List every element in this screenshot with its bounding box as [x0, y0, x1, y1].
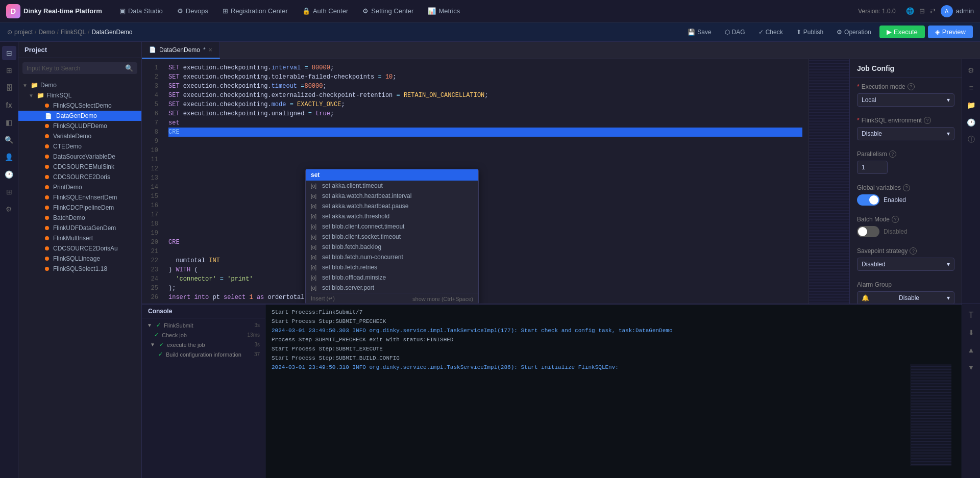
- global-vars-toggle[interactable]: [857, 194, 879, 206]
- tree-item-datasource[interactable]: DataSourceVariableDe: [18, 152, 141, 162]
- sidebar-settings2-icon[interactable]: ⚙: [2, 202, 16, 216]
- tree-item-cdc2dorisau[interactable]: CDCSOURCE2DorisAu: [18, 243, 141, 254]
- ac-insert-hint: Insert (↵): [311, 295, 335, 302]
- operation-icon: ⚙: [837, 29, 842, 36]
- publish-icon: ⬆: [796, 29, 801, 36]
- console-item-flinksubmit[interactable]: ▼ ✓ FlinkSubmit 3s: [142, 320, 265, 330]
- autocomplete-item-7[interactable]: [o] set blob.fetch.num-concurrent: [306, 252, 478, 262]
- sidebar-user-icon[interactable]: 👤: [2, 150, 16, 164]
- bottom-icon-down[interactable]: ▼: [964, 360, 978, 374]
- tab-close-button[interactable]: ×: [209, 46, 212, 54]
- project-tree: ▼ 📁 Demo ▼ 📁 FlinkSQL FlinkSQLSelectDemo…: [18, 78, 141, 478]
- dag-button[interactable]: ⬡ DAG: [720, 27, 750, 38]
- autocomplete-item-6[interactable]: [o] set blob.fetch.backlog: [306, 242, 478, 252]
- nav-auth-center[interactable]: 🔒 Auth Center: [297, 5, 353, 17]
- nav-devops[interactable]: ⚙ Devops: [172, 5, 213, 17]
- nav-data-studio[interactable]: ▣ Data Studio: [114, 5, 168, 17]
- console-flinksubmit-label: FlinkSubmit: [164, 322, 193, 329]
- flinksql-env-info-icon[interactable]: ?: [924, 117, 931, 124]
- operation-button[interactable]: ⚙ Operation: [831, 27, 876, 38]
- tree-item-flinksqllineage[interactable]: FlinkSQLLineage: [18, 254, 141, 264]
- bottom-icon-download[interactable]: ⬇: [964, 325, 978, 340]
- tree-item-demo[interactable]: ▼ 📁 Demo: [18, 80, 141, 90]
- savepoint-select[interactable]: Disabled ▾: [857, 258, 954, 271]
- right-sidebar-columns-icon[interactable]: ≡: [964, 81, 978, 95]
- layout-icon[interactable]: ⊟: [919, 7, 925, 15]
- tree-item-printdemo[interactable]: PrintDemo: [18, 182, 141, 192]
- autocomplete-item-8[interactable]: [o] set blob.fetch.retries: [306, 262, 478, 272]
- sidebar-time-icon[interactable]: 🕐: [2, 167, 16, 182]
- sidebar-database-icon[interactable]: 🗄: [2, 81, 16, 95]
- savepoint-info-icon[interactable]: ?: [910, 247, 917, 255]
- tree-item-batchdemo[interactable]: BatchDemo: [18, 213, 141, 223]
- autocomplete-item-2[interactable]: [o] set akka.watch.heartbeat.pause: [306, 201, 478, 211]
- right-sidebar-clock-icon[interactable]: 🕐: [964, 115, 978, 130]
- project-search-bar[interactable]: 🔍: [22, 62, 137, 74]
- sidebar-project-icon[interactable]: ⊟: [2, 46, 16, 60]
- tree-item-flinksqlselectdemo[interactable]: FlinkSQLSelectDemo: [18, 100, 141, 111]
- console-item-checkjob[interactable]: ✓ Check job 13ms: [142, 330, 265, 340]
- console-item-buildconfig[interactable]: ✓ Build configuration information 37: [142, 349, 265, 359]
- sidebar-function-icon[interactable]: fx: [2, 98, 16, 112]
- autocomplete-item-3[interactable]: [o] set akka.watch.threshold: [306, 211, 478, 221]
- tree-item-cdc2doris[interactable]: CDCSOURCE2Doris: [18, 172, 141, 182]
- parallelism-info-icon[interactable]: ?: [889, 150, 896, 158]
- tree-item-variabledemo[interactable]: VariableDemo: [18, 131, 141, 141]
- right-sidebar-info-icon[interactable]: ⓘ: [964, 133, 978, 147]
- right-sidebar-settings-icon[interactable]: ⚙: [964, 63, 978, 78]
- save-button[interactable]: 💾 Save: [682, 27, 716, 38]
- execution-mode-select[interactable]: Local ▾: [857, 93, 954, 107]
- sidebar-fragment-icon[interactable]: ◧: [2, 115, 16, 130]
- tree-item-flinkudf[interactable]: FlinkUDFDataGenDem: [18, 223, 141, 233]
- console-item-executejob[interactable]: ▼ ✓ execute the job 3s: [142, 340, 265, 349]
- globe-icon[interactable]: 🌐: [906, 7, 914, 15]
- autocomplete-item-4[interactable]: [o] set blob.client.connect.timeout: [306, 221, 478, 232]
- tree-item-flinksqlselect118[interactable]: FlinkSQLSelect1.18: [18, 264, 141, 274]
- breadcrumb-flinksql[interactable]: FlinkSQL: [61, 29, 86, 36]
- tree-item-datagendemo[interactable]: 📄 DataGenDemo: [18, 111, 141, 121]
- autocomplete-item-10[interactable]: [o] set blob.server.port: [306, 283, 478, 293]
- tree-item-flinksql[interactable]: ▼ 📁 FlinkSQL: [18, 90, 141, 100]
- bottom-icon-up[interactable]: ▲: [964, 343, 978, 357]
- admin-button[interactable]: A admin: [941, 5, 974, 17]
- autocomplete-item-9[interactable]: [o] set blob.offload.minsize: [306, 272, 478, 283]
- global-vars-info-icon[interactable]: ?: [903, 184, 910, 191]
- batch-mode-toggle[interactable]: [857, 226, 879, 237]
- bottom-icon-text[interactable]: T: [964, 308, 978, 322]
- code-lines[interactable]: SET execution.checkpointing.interval = 8…: [162, 59, 808, 304]
- tree-item-cdcsource[interactable]: CDCSOURCEMulSink: [18, 162, 141, 172]
- tree-item-flinksqludfdemo[interactable]: FlinkSQLUDFDemo: [18, 121, 141, 131]
- parallelism-input[interactable]: [857, 161, 888, 174]
- autocomplete-item-5[interactable]: [o] set blob.client.socket.timeout: [306, 232, 478, 242]
- preview-button[interactable]: ◈ Preview: [928, 26, 973, 38]
- nav-metrics[interactable]: 📊 Metrics: [423, 5, 465, 17]
- flinksql-env-select[interactable]: Disable ▾: [857, 127, 954, 140]
- nav-setting-center[interactable]: ⚙ Setting Center: [357, 5, 419, 17]
- sidebar-search-icon[interactable]: ⊞: [2, 63, 16, 78]
- breadcrumb-demo[interactable]: Demo: [38, 29, 55, 36]
- execution-mode-info-icon[interactable]: ?: [908, 83, 915, 90]
- tree-item-flinksqlenv[interactable]: FlinkSQLEnvInsertDem: [18, 192, 141, 203]
- tree-item-flinkmulti[interactable]: FlinkMultInsert: [18, 233, 141, 243]
- dag-icon: ⬡: [725, 29, 730, 36]
- alarm-group-select[interactable]: 🔔 Disable ▾: [857, 291, 954, 304]
- publish-button[interactable]: ⬆ Publish: [791, 27, 828, 38]
- breadcrumb-project[interactable]: project: [14, 29, 33, 36]
- sidebar-search2-icon[interactable]: 🔍: [2, 133, 16, 147]
- autocomplete-item-0[interactable]: [o] set akka.client.timeout: [306, 181, 478, 191]
- check-button[interactable]: ✓ Check: [753, 27, 788, 38]
- execute-button[interactable]: ▶ Execute: [879, 26, 925, 38]
- expand-icon[interactable]: ⇄: [930, 7, 936, 15]
- project-search-input[interactable]: [27, 65, 125, 72]
- right-sidebar-folder-icon[interactable]: 📁: [964, 98, 978, 112]
- ac-icon-8: [o]: [311, 265, 319, 270]
- tree-item-flinkcdc[interactable]: FlinkCDCPipelineDem: [18, 203, 141, 213]
- nav-registration-center[interactable]: ⊞ Registration Center: [217, 5, 293, 17]
- tree-item-ctedemo[interactable]: CTEDemo: [18, 141, 141, 152]
- sidebar-grid-icon[interactable]: ⊞: [2, 185, 16, 199]
- autocomplete-item-1[interactable]: [o] set akka.watch.heartbeat.interval: [306, 191, 478, 201]
- autocomplete-popup[interactable]: set [o] set akka.client.timeout [o] set …: [305, 169, 479, 304]
- code-editor[interactable]: 12345 678910 1112131415 1617181920 21222…: [142, 59, 849, 304]
- tab-datagendemo[interactable]: 📄 DataGenDemo * ×: [142, 42, 220, 59]
- batch-mode-info-icon[interactable]: ?: [892, 216, 899, 223]
